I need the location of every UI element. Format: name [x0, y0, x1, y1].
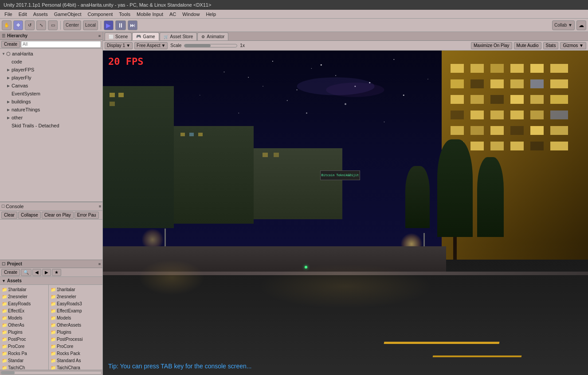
console-collapse-btn[interactable]: Collapse: [18, 212, 41, 219]
svg-point-21: [238, 113, 239, 114]
scrollbar-thumb[interactable]: [1, 371, 15, 374]
project-search-icon-btn[interactable]: 🔍: [21, 269, 31, 276]
hierarchy-item-code[interactable]: code: [0, 58, 102, 66]
menu-window[interactable]: Window: [180, 11, 202, 17]
project-right-item[interactable]: 📁Plugins: [49, 328, 102, 336]
tab-animator[interactable]: ⚙ Animator: [197, 32, 228, 40]
project-left-item[interactable]: 📁Rocks Pa: [0, 350, 48, 357]
rect-tool-btn[interactable]: ▭: [48, 20, 58, 30]
scale-slider[interactable]: [184, 44, 237, 47]
scale-value: 1x: [239, 43, 246, 48]
project-left-item[interactable]: 📁1haritalar: [0, 286, 48, 293]
project-left-item[interactable]: 📁EasyRoads: [0, 300, 48, 307]
rotate-tool-btn[interactable]: ↺: [25, 20, 35, 30]
menu-ac[interactable]: AC: [167, 11, 179, 17]
menu-file[interactable]: File: [2, 11, 15, 17]
pause-button[interactable]: ⏸: [115, 20, 126, 30]
maximize-on-play-btn[interactable]: Maximize On Play: [471, 42, 512, 49]
tab-asset-store[interactable]: 🛒 Asset Store: [160, 32, 197, 40]
project-left-item[interactable]: 📁Models: [0, 314, 48, 321]
hierarchy-item-root[interactable]: ▼ ⬡ anaHarita: [0, 50, 102, 58]
hierarchy-item-eventsystem[interactable]: EventSystem: [0, 90, 102, 98]
console-error-pause-btn[interactable]: Error Pau: [74, 212, 99, 219]
project-left-item[interactable]: 📁ProCore: [0, 343, 48, 350]
gizmos-btn[interactable]: Gizmos ▼: [560, 42, 586, 49]
project-left-item[interactable]: 📁Plugins: [0, 328, 48, 336]
tab-scene[interactable]: ⬜ Scene: [105, 32, 132, 40]
mute-audio-btn[interactable]: Mute Audio: [514, 42, 541, 49]
window: [189, 133, 194, 136]
center-toggle-btn[interactable]: Center: [63, 20, 81, 30]
window-dark: [530, 142, 544, 150]
hand-tool-btn[interactable]: ✋: [2, 20, 12, 30]
project-right-item[interactable]: 📁Standard As: [49, 357, 102, 364]
play-button[interactable]: ▶: [104, 20, 114, 30]
scrollbar-track[interactable]: [1, 371, 102, 375]
console-clear-btn[interactable]: Clear: [1, 212, 17, 219]
hierarchy-item-label: playerFly: [12, 75, 31, 80]
hierarchy-item-canvas[interactable]: ▶ Canvas: [0, 82, 102, 90]
collab-button[interactable]: Collab ▼: [552, 20, 575, 30]
tip-text: Tip: You can press TAB key for the conso…: [103, 363, 588, 370]
console-content: [0, 220, 102, 260]
project-left-item[interactable]: 📁OtherAs: [0, 321, 48, 328]
project-star-btn[interactable]: ★: [52, 269, 61, 276]
project-left-item[interactable]: 📁Standar: [0, 357, 48, 364]
project-right-item[interactable]: 📁EasyRoads3: [49, 300, 102, 307]
hierarchy-item-playerfly[interactable]: ▶ playerFly: [0, 74, 102, 82]
hierarchy-create-btn[interactable]: Create: [1, 41, 20, 48]
window-lit: [470, 64, 484, 73]
project-right-panel: 📁1haritalar 📁2nesneler 📁EasyRoads3 📁Effe…: [49, 285, 102, 370]
svg-point-19: [263, 86, 263, 87]
move-tool-btn[interactable]: ✥: [13, 20, 23, 30]
project-left-item[interactable]: 📁EffectEx: [0, 307, 48, 314]
console-clear-play-btn[interactable]: Clear on Play: [42, 212, 74, 219]
menu-tools[interactable]: Tools: [116, 11, 133, 17]
hierarchy-item-skidtrails[interactable]: Skid Trails - Detached: [0, 122, 102, 130]
scale-tool-btn[interactable]: ⤡: [36, 20, 46, 30]
tab-game[interactable]: 🎮 Game: [132, 32, 159, 40]
console-options-icon[interactable]: ≡: [99, 204, 101, 209]
hierarchy-item-playerfps[interactable]: ▶ playerFPS: [0, 66, 102, 74]
local-toggle-btn[interactable]: Local: [83, 20, 98, 30]
folder-icon: 📁: [2, 294, 7, 299]
project-create-btn[interactable]: Create: [1, 269, 20, 276]
project-right-item[interactable]: 📁Models: [49, 314, 102, 321]
menu-gameobject[interactable]: GameObject: [51, 11, 84, 17]
project-right-item[interactable]: 📁1haritalar: [49, 286, 102, 293]
menu-mobile-input[interactable]: Mobile Input: [134, 11, 166, 17]
project-right-item[interactable]: 📁Rocks Pack: [49, 350, 102, 357]
scene-tab-icon: ⬜: [109, 35, 114, 39]
hierarchy-item-naturethings[interactable]: ▶ natureThings: [0, 106, 102, 114]
step-button[interactable]: ⏭: [128, 20, 137, 30]
window-dark: [510, 126, 524, 135]
cloud-button[interactable]: ☁: [576, 20, 586, 30]
project-left-item[interactable]: 📁TaichiCh: [0, 364, 48, 370]
project-back-btn[interactable]: ◀: [32, 269, 41, 276]
hierarchy-item-other[interactable]: ▶ other: [0, 114, 102, 122]
project-forward-btn[interactable]: ▶: [42, 269, 51, 276]
left-panel: ☰ Hierarchy ≡ Create ▼ ⬡ anaHarita code: [0, 32, 103, 375]
menu-component[interactable]: Component: [85, 11, 115, 17]
project-right-item[interactable]: 📁ProCore: [49, 343, 102, 350]
project-right-item[interactable]: 📁PostProcessi: [49, 336, 102, 343]
menu-assets[interactable]: Assets: [31, 11, 51, 17]
project-right-item[interactable]: 📁2nesneler: [49, 293, 102, 300]
display-select[interactable]: Display 1 ▼: [105, 42, 133, 49]
project-options-icon[interactable]: ≡: [98, 262, 101, 266]
hierarchy-options-icon[interactable]: ≡: [98, 34, 101, 38]
project-right-item[interactable]: 📁EffectExamp: [49, 307, 102, 314]
hierarchy-search-input[interactable]: [21, 41, 101, 48]
menu-edit[interactable]: Edit: [16, 11, 30, 17]
project-right-item[interactable]: 📁TaichiChara: [49, 364, 102, 370]
title-text: Unity 2017.1.1p1 Personal (64bit) - anaH…: [4, 2, 211, 8]
menu-help[interactable]: Help: [203, 11, 219, 17]
aspect-select[interactable]: Free Aspect ▼: [134, 42, 168, 49]
stats-btn[interactable]: Stats: [543, 42, 559, 49]
project-scrollbar[interactable]: [0, 370, 102, 375]
project-left-item[interactable]: 📁PostProc: [0, 336, 48, 343]
project-right-item[interactable]: 📁OtherAssets: [49, 321, 102, 328]
hierarchy-item-buildings[interactable]: ▶ buildings: [0, 98, 102, 106]
folder-icon: 📁: [2, 358, 7, 363]
project-left-item[interactable]: 📁2nesneler: [0, 293, 48, 300]
